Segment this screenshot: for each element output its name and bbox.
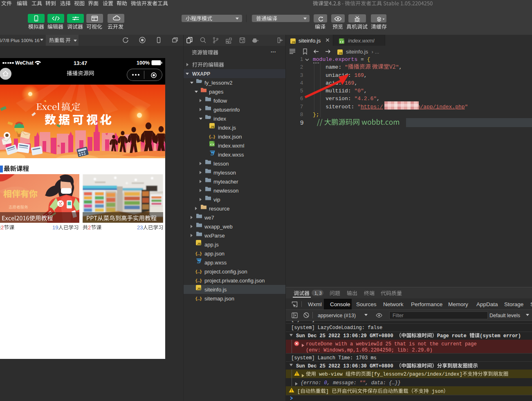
- svg-text:(env: Windows,mp,1.05.2204250;: (env: Windows,mp,1.05.2204250; lib: 2.29…: [306, 347, 433, 353]
- svg-text:Sun Dec 25 2022 13:06:29 GMT+0: Sun Dec 25 2022 13:06:29 GMT+0800: [296, 333, 396, 339]
- svg-text:JS: JS: [339, 52, 342, 55]
- svg-text:sitemap.json: sitemap.json: [204, 296, 234, 302]
- svg-text:": ": [465, 104, 468, 110]
- svg-text:lesson: lesson: [213, 161, 229, 167]
- svg-text:index.wxml: index.wxml: [218, 143, 244, 149]
- svg-text:, data: {…}}: , data: {…}}: [365, 380, 400, 386]
- svg-text:we7: we7: [204, 215, 214, 221]
- svg-text:index.wxml: index.wxml: [348, 38, 375, 44]
- svg-text:routeDone with a webviewId 25: routeDone with a webviewId 25 that is no…: [306, 341, 477, 347]
- svg-text:siteinfo.js: siteinfo.js: [299, 38, 321, 44]
- svg-text:[system] reLaunch:ok: [system] reLaunch:ok: [291, 321, 350, 323]
- svg-text:follow: follow: [213, 98, 227, 104]
- svg-text:project.private.config.json: project.private.config.json: [204, 278, 265, 284]
- svg-text:index.js: index.js: [218, 125, 236, 131]
- svg-text:name:: name:: [313, 64, 345, 70]
- svg-text:Default levels: Default levels: [489, 313, 520, 318]
- svg-text:m/app/index.php: m/app/index.php: [417, 104, 465, 110]
- svg-text:index.wxss: index.wxss: [218, 152, 244, 158]
- svg-text:,: ,: [364, 88, 367, 94]
- svg-text:=: =: [357, 56, 367, 63]
- svg-text:,: ,: [364, 72, 367, 78]
- svg-text:› ...: › ...: [370, 49, 379, 55]
- svg-text:,: ,: [354, 80, 357, 86]
- svg-text:,: ,: [399, 64, 402, 70]
- svg-text:Performance: Performance: [411, 301, 442, 307]
- svg-text:getuserinfo: getuserinfo: [213, 107, 240, 113]
- svg-text:appservice (#13): appservice (#13): [318, 313, 356, 318]
- svg-text:,: ,: [377, 96, 380, 102]
- svg-text:JS: JS: [197, 287, 201, 291]
- svg-text:Wxml: Wxml: [308, 301, 322, 307]
- svg-text:JS: JS: [211, 125, 214, 129]
- svg-text:app.js: app.js: [204, 242, 219, 248]
- svg-text:{..}: {..}: [209, 134, 215, 139]
- svg-text:WeChat: WeChat: [15, 60, 34, 66]
- svg-text:169: 169: [354, 72, 364, 78]
- svg-text:[system] Launch Time: 1703 ms: [system] Launch Time: 1703 ms: [291, 355, 377, 361]
- svg-text:Sources: Sources: [356, 301, 377, 307]
- svg-text:···: ···: [271, 49, 276, 55]
- svg-text:{..}: {..}: [195, 269, 202, 274]
- svg-text:iPhone 6/7/8 Plus 100% 16: iPhone 6/7/8 Plus 100% 16: [0, 38, 40, 43]
- svg-text:2: 2: [300, 64, 303, 70]
- svg-text:AppData: AppData: [476, 301, 498, 307]
- svg-text:json: json: [429, 389, 444, 394]
- svg-text:Network: Network: [383, 301, 404, 307]
- svg-text:{..}: {..}: [195, 296, 202, 301]
- svg-text:siteroot:: siteroot:: [313, 104, 357, 110]
- svg-text:"0": "0": [354, 88, 364, 94]
- svg-text:7: 7: [300, 103, 303, 110]
- svg-text:9: 9: [300, 119, 303, 126]
- svg-text:0: 0: [324, 380, 327, 386]
- svg-text:{errno:: {errno:: [301, 380, 324, 386]
- svg-text:Memory: Memory: [448, 301, 468, 307]
- svg-text:{..}: {..}: [195, 278, 202, 283]
- svg-text:siteinfo.js: siteinfo.js: [204, 287, 227, 293]
- svg-text:mylesson: mylesson: [213, 170, 236, 176]
- svg-text:project.config.json: project.config.json: [204, 269, 247, 275]
- svg-text:13:47: 13:47: [74, 60, 87, 66]
- svg-text:Sun Dec 25 2022 13:06:30 GMT+0: Sun Dec 25 2022 13:06:30 GMT+0800: [296, 363, 396, 369]
- svg-text:8: 8: [300, 111, 303, 117]
- svg-text:JS: JS: [292, 40, 295, 44]
- svg-text:Se: Se: [530, 301, 532, 307]
- svg-text:index: index: [213, 116, 227, 122]
- svg-text:, message:: , message:: [327, 380, 359, 386]
- svg-text:(system error): (system error): [480, 333, 521, 339]
- svg-text:app.json: app.json: [204, 251, 224, 257]
- svg-text:web-view: web-view: [316, 372, 346, 377]
- svg-text:pages: pages: [209, 89, 224, 95]
- svg-text:};: };: [313, 112, 319, 118]
- svg-text:newlesson: newlesson: [213, 188, 238, 194]
- svg-text:module.exports: module.exports: [313, 56, 357, 63]
- svg-text:Page route: Page route: [437, 333, 469, 339]
- svg-text:{..}: {..}: [195, 251, 202, 256]
- svg-text:[fy_lessonv2/pages/index/index: [fy_lessonv2/pages/index/index]: [371, 372, 462, 377]
- svg-text:vip: vip: [213, 197, 220, 203]
- svg-text:": ": [345, 64, 348, 70]
- svg-text:wxapp_web: wxapp_web: [204, 224, 233, 230]
- svg-text:[: [: [297, 389, 300, 394]
- svg-text:]: ]: [326, 389, 332, 394]
- svg-text:19: 19: [52, 224, 58, 231]
- svg-text:app.wxss: app.wxss: [204, 260, 227, 266]
- svg-text:Storage: Storage: [504, 301, 523, 307]
- svg-text:1: 1: [300, 56, 303, 62]
- svg-text:2: 2: [88, 224, 91, 231]
- svg-text:WXAPP: WXAPP: [192, 71, 210, 77]
- svg-text:23: 23: [137, 224, 143, 231]
- svg-text:": ": [357, 104, 361, 110]
- svg-text:resource: resource: [209, 206, 230, 212]
- svg-text:siteinfo.js: siteinfo.js: [346, 49, 368, 55]
- svg-text:myteacher: myteacher: [213, 179, 238, 185]
- svg-text:Filter: Filter: [393, 313, 404, 318]
- svg-text:"": "": [359, 380, 365, 386]
- svg-text:[system] LazyCodeLoading: fals: [system] LazyCodeLoading: false: [291, 325, 382, 331]
- svg-text:JS: JS: [197, 242, 201, 246]
- svg-text:1, 3: 1, 3: [314, 291, 322, 296]
- svg-text:wxParse: wxParse: [204, 233, 225, 239]
- svg-text:https:/: https:/: [361, 104, 383, 110]
- svg-text:{: {: [367, 56, 370, 63]
- svg-text:Console: Console: [330, 301, 350, 307]
